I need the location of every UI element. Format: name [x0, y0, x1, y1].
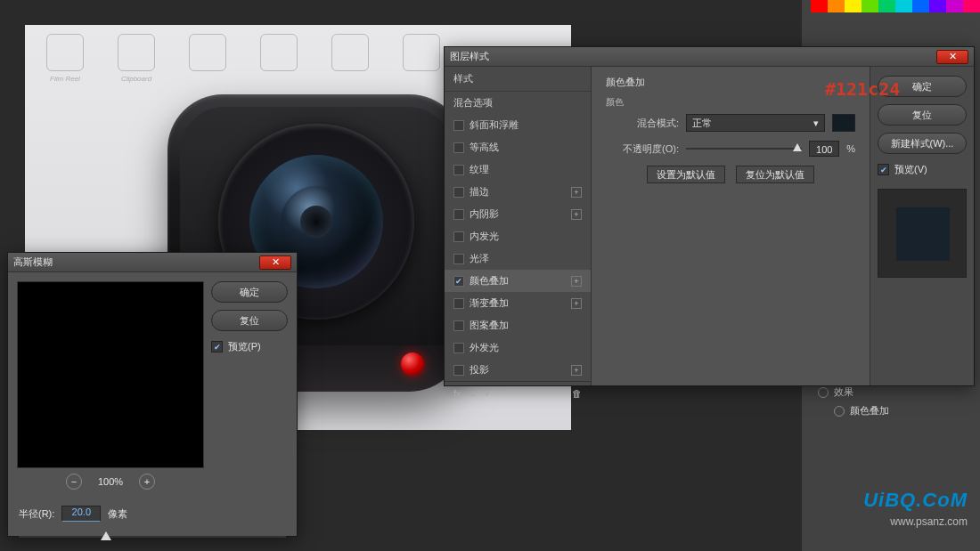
style-checkbox[interactable]	[453, 276, 464, 287]
color-swatch[interactable]	[832, 114, 855, 132]
color-overlay-label: 颜色叠加	[850, 404, 889, 417]
minus-icon: −	[71, 476, 77, 487]
opacity-label: 不透明度(O):	[606, 142, 679, 156]
style-checkbox[interactable]	[453, 165, 464, 175]
ok-button[interactable]: 确定	[211, 281, 288, 303]
style-checkbox[interactable]	[453, 365, 464, 376]
style-item-label: 描边	[470, 185, 489, 199]
style-item[interactable]: 外发光	[445, 336, 591, 359]
style-item[interactable]: 图案叠加	[445, 314, 591, 336]
radius-label: 半径(R):	[19, 507, 54, 521]
radius-unit: 像素	[108, 507, 127, 521]
style-item[interactable]: 斜面和浮雕	[445, 114, 591, 136]
style-item[interactable]: 光泽	[445, 247, 591, 270]
layers-panel[interactable]: 效果 颜色叠加	[814, 383, 975, 420]
close-button[interactable]: ✕	[259, 255, 291, 270]
plus-icon: +	[144, 476, 150, 487]
opacity-slider[interactable]	[686, 141, 802, 157]
opacity-unit: %	[846, 143, 855, 154]
style-checkbox[interactable]	[453, 298, 464, 309]
reset-button[interactable]: 复位	[878, 104, 967, 126]
slider-thumb-icon[interactable]	[101, 531, 111, 540]
style-item-label: 图案叠加	[470, 319, 509, 332]
fx-label[interactable]: fx	[453, 388, 461, 399]
new-style-button[interactable]: 新建样式(W)...	[878, 133, 967, 154]
opacity-input[interactable]: 100	[809, 141, 839, 157]
style-checkbox[interactable]	[453, 142, 464, 153]
style-item[interactable]: 投影+	[445, 359, 591, 381]
dialog-titlebar[interactable]: 高斯模糊 ✕	[8, 253, 297, 272]
close-button[interactable]: ✕	[936, 50, 968, 64]
arrow-down-icon[interactable]: ▾	[485, 387, 490, 399]
gaussian-blur-dialog: 高斯模糊 ✕ − 100% + 确定 复位 预览(P) 半径(R): 20.0 …	[7, 252, 298, 537]
reset-button[interactable]: 复位	[211, 310, 288, 331]
style-item-label: 外发光	[470, 341, 499, 354]
dialog-actions: 确定 复位 新建样式(W)... 预览(V)	[870, 67, 974, 385]
style-item-label: 内阴影	[470, 207, 499, 221]
swatches-panel[interactable]	[811, 0, 980, 25]
filter-preview-area[interactable]	[17, 281, 204, 468]
zoom-out-button[interactable]: −	[66, 474, 82, 490]
style-checkbox[interactable]	[453, 120, 464, 131]
style-item[interactable]: 渐变叠加+	[445, 292, 591, 314]
add-instance-button[interactable]: +	[571, 187, 582, 198]
style-checkbox[interactable]	[453, 187, 464, 198]
zoom-in-button[interactable]: +	[139, 474, 155, 490]
layer-color-overlay-row[interactable]: 颜色叠加	[814, 401, 975, 420]
set-default-button[interactable]: 设置为默认值	[647, 166, 725, 183]
effects-label: 效果	[834, 385, 853, 399]
style-item-label: 内发光	[470, 230, 499, 243]
style-checkbox[interactable]	[453, 343, 464, 353]
style-item-label: 投影	[470, 363, 489, 377]
style-item[interactable]: 等高线	[445, 136, 591, 158]
style-checkbox[interactable]	[453, 320, 464, 331]
styles-header[interactable]: 样式	[445, 67, 591, 92]
arrow-up-icon[interactable]: ▴	[470, 387, 476, 399]
recording-light-icon	[401, 352, 424, 376]
section-sub: 颜色	[606, 96, 855, 109]
zoom-percent: 100%	[98, 476, 123, 487]
add-instance-button[interactable]: +	[571, 209, 582, 220]
preview-label: 预览(P)	[228, 340, 261, 353]
reset-default-button[interactable]: 复位为默认值	[736, 166, 814, 183]
radius-input[interactable]: 20.0	[61, 506, 101, 522]
hex-annotation: #121c24	[825, 78, 900, 100]
visibility-eye-icon[interactable]	[818, 387, 829, 398]
style-preview	[878, 189, 967, 278]
add-instance-button[interactable]: +	[571, 365, 582, 376]
preview-checkbox[interactable]	[211, 341, 223, 352]
style-item[interactable]: 描边+	[445, 181, 591, 203]
dialog-title: 高斯模糊	[13, 255, 53, 269]
style-checkbox[interactable]	[453, 209, 464, 220]
radius-slider[interactable]	[19, 529, 286, 545]
style-item-label: 等高线	[470, 141, 499, 154]
style-item-label: 颜色叠加	[470, 274, 509, 288]
preview-checkbox[interactable]	[878, 164, 889, 175]
add-instance-button[interactable]: +	[571, 276, 582, 287]
style-item-label: 纹理	[470, 163, 489, 176]
dialog-titlebar[interactable]: 图层样式 ✕	[445, 47, 974, 67]
dialog-title: 图层样式	[450, 50, 489, 63]
style-item[interactable]: 内发光	[445, 225, 591, 247]
style-item[interactable]: 纹理	[445, 158, 591, 181]
style-checkbox[interactable]	[453, 254, 464, 264]
preview-label: 预览(V)	[894, 163, 927, 176]
add-instance-button[interactable]: +	[571, 298, 582, 309]
visibility-eye-icon[interactable]	[834, 406, 845, 417]
style-checkbox[interactable]	[453, 231, 464, 242]
slider-thumb-icon[interactable]	[793, 143, 802, 151]
style-settings-panel: 颜色叠加 颜色 混合模式: 正常 ▾ 不透明度(O): 100 %	[592, 67, 870, 385]
blend-mode-select[interactable]: 正常 ▾	[686, 114, 825, 132]
blending-options-item[interactable]: 混合选项	[445, 92, 591, 114]
style-item[interactable]: 颜色叠加+	[445, 270, 591, 292]
style-item-label: 渐变叠加	[470, 296, 509, 310]
watermark-uibq: UiBQ.CoM	[863, 489, 968, 512]
close-icon: ✕	[949, 51, 957, 62]
style-item-label: 光泽	[470, 252, 489, 265]
style-item[interactable]: 内阴影+	[445, 203, 591, 225]
close-icon: ✕	[272, 256, 280, 268]
trash-icon[interactable]: 🗑	[572, 388, 582, 399]
chevron-down-icon: ▾	[813, 117, 819, 129]
style-list: 样式 混合选项 斜面和浮雕等高线纹理描边+内阴影+内发光光泽颜色叠加+渐变叠加+…	[445, 67, 592, 385]
style-item-label: 斜面和浮雕	[470, 118, 519, 132]
